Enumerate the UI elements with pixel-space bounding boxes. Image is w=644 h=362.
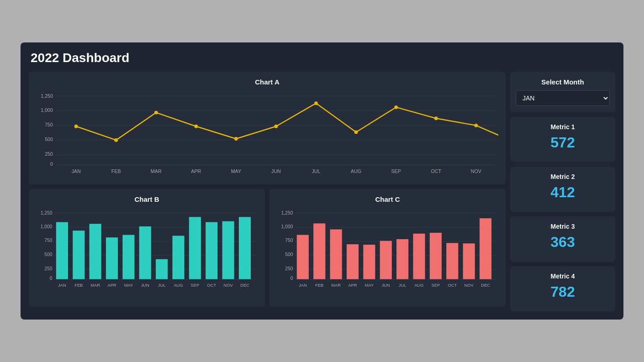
svg-text:NOV: NOV bbox=[224, 283, 233, 288]
svg-point-22 bbox=[474, 124, 478, 127]
chart-a-panel: Chart A 1,250 1,000 750 500 250 0 bbox=[29, 72, 506, 185]
svg-rect-92 bbox=[430, 233, 442, 279]
svg-text:0: 0 bbox=[50, 276, 53, 281]
svg-rect-89 bbox=[380, 241, 392, 279]
svg-text:1,250: 1,250 bbox=[41, 93, 53, 98]
svg-text:MAR: MAR bbox=[90, 283, 100, 288]
svg-text:JAN: JAN bbox=[71, 168, 80, 174]
charts-left: Chart A 1,250 1,000 750 500 250 0 bbox=[29, 72, 506, 307]
svg-rect-56 bbox=[189, 217, 201, 279]
svg-text:FEB: FEB bbox=[315, 283, 323, 288]
svg-text:1,250: 1,250 bbox=[281, 210, 293, 215]
svg-rect-84 bbox=[297, 235, 309, 279]
svg-rect-49 bbox=[73, 231, 84, 279]
svg-text:500: 500 bbox=[44, 252, 52, 257]
select-month-title: Select Month bbox=[516, 78, 610, 86]
metric-4-label: Metric 4 bbox=[516, 273, 610, 280]
svg-rect-55 bbox=[172, 236, 184, 279]
metric-1-panel: Metric 1 572 bbox=[510, 117, 615, 162]
svg-rect-86 bbox=[330, 230, 342, 279]
svg-text:0: 0 bbox=[290, 276, 293, 281]
svg-rect-91 bbox=[413, 234, 425, 279]
svg-text:JUN: JUN bbox=[271, 168, 281, 174]
svg-rect-52 bbox=[122, 235, 134, 279]
svg-rect-59 bbox=[239, 217, 251, 279]
metric-1-label: Metric 1 bbox=[516, 123, 610, 131]
select-month-panel: Select Month JAN FEB MAR APR MAY JUN JUL… bbox=[510, 72, 615, 112]
svg-rect-48 bbox=[56, 222, 68, 279]
svg-rect-54 bbox=[156, 259, 168, 279]
svg-text:500: 500 bbox=[285, 252, 293, 257]
svg-point-13 bbox=[114, 138, 118, 142]
svg-text:MAY: MAY bbox=[124, 283, 133, 288]
svg-rect-90 bbox=[396, 239, 408, 279]
svg-point-19 bbox=[354, 130, 358, 134]
svg-rect-57 bbox=[206, 222, 217, 279]
svg-point-14 bbox=[154, 110, 158, 114]
svg-text:0: 0 bbox=[50, 161, 53, 167]
chart-c-panel: Chart C 1,250 1,000 750 500 250 0 bbox=[269, 189, 506, 307]
chart-b-svg: 1,250 1,000 750 500 250 0 bbox=[36, 207, 258, 300]
metric-1-value: 572 bbox=[516, 134, 610, 151]
svg-rect-94 bbox=[463, 243, 475, 279]
svg-rect-50 bbox=[90, 224, 101, 279]
svg-text:1,000: 1,000 bbox=[41, 107, 53, 112]
svg-text:JUL: JUL bbox=[312, 168, 321, 174]
svg-text:AUG: AUG bbox=[414, 283, 423, 288]
chart-b-panel: Chart B 1,250 1,000 750 500 250 0 bbox=[29, 189, 265, 307]
metric-2-panel: Metric 2 412 bbox=[510, 167, 615, 212]
svg-point-16 bbox=[234, 137, 238, 141]
svg-text:JUL: JUL bbox=[158, 283, 166, 288]
chart-a-title: Chart A bbox=[36, 78, 498, 86]
svg-text:OCT: OCT bbox=[448, 283, 457, 288]
svg-point-18 bbox=[314, 101, 318, 105]
svg-text:SEP: SEP bbox=[432, 283, 440, 288]
metric-3-panel: Metric 3 363 bbox=[510, 216, 615, 262]
svg-text:DEC: DEC bbox=[240, 283, 249, 288]
svg-text:500: 500 bbox=[45, 136, 53, 142]
svg-text:MAR: MAR bbox=[151, 168, 162, 174]
svg-text:750: 750 bbox=[285, 238, 293, 243]
svg-text:JUN: JUN bbox=[141, 283, 149, 288]
svg-text:250: 250 bbox=[285, 266, 293, 271]
metric-4-panel: Metric 4 782 bbox=[510, 266, 615, 311]
svg-text:250: 250 bbox=[44, 266, 52, 271]
chart-a-container: 1,250 1,000 750 500 250 0 bbox=[36, 89, 498, 180]
svg-text:750: 750 bbox=[45, 121, 53, 127]
svg-rect-85 bbox=[313, 224, 325, 279]
svg-rect-51 bbox=[106, 237, 118, 279]
metric-2-label: Metric 2 bbox=[516, 173, 610, 180]
right-panel: Select Month JAN FEB MAR APR MAY JUN JUL… bbox=[510, 72, 615, 312]
svg-rect-88 bbox=[363, 245, 375, 279]
metric-2-value: 412 bbox=[516, 184, 610, 201]
svg-text:SEP: SEP bbox=[391, 168, 401, 174]
svg-text:1,000: 1,000 bbox=[41, 224, 53, 229]
svg-point-17 bbox=[274, 124, 278, 128]
svg-text:APR: APR bbox=[348, 283, 357, 288]
chart-c-title: Chart C bbox=[277, 195, 498, 203]
svg-text:MAR: MAR bbox=[331, 283, 341, 288]
chart-c-svg: 1,250 1,000 750 500 250 0 bbox=[277, 207, 498, 300]
svg-point-12 bbox=[74, 124, 78, 128]
svg-text:FEB: FEB bbox=[111, 168, 121, 174]
svg-text:JUN: JUN bbox=[382, 283, 390, 288]
svg-text:NOV: NOV bbox=[471, 168, 482, 174]
svg-rect-53 bbox=[139, 226, 151, 279]
svg-text:MAY: MAY bbox=[365, 283, 374, 288]
svg-text:SEP: SEP bbox=[191, 283, 200, 288]
svg-text:MAY: MAY bbox=[231, 168, 241, 174]
svg-rect-58 bbox=[222, 221, 234, 279]
svg-text:AUG: AUG bbox=[351, 168, 361, 174]
svg-text:OCT: OCT bbox=[431, 168, 441, 174]
month-select[interactable]: JAN FEB MAR APR MAY JUN JUL AUG SEP OCT … bbox=[516, 90, 610, 106]
svg-point-21 bbox=[434, 116, 438, 120]
svg-text:DEC: DEC bbox=[481, 283, 490, 288]
svg-text:1,250: 1,250 bbox=[41, 210, 53, 215]
svg-point-15 bbox=[194, 124, 198, 128]
svg-text:OCT: OCT bbox=[207, 283, 216, 288]
dashboard-container: 2022 Dashboard Chart A 1,250 1,000 750 5… bbox=[21, 42, 623, 320]
svg-text:JAN: JAN bbox=[299, 283, 307, 288]
svg-text:APR: APR bbox=[191, 168, 201, 174]
svg-text:1,000: 1,000 bbox=[281, 224, 293, 229]
svg-text:250: 250 bbox=[45, 151, 53, 157]
